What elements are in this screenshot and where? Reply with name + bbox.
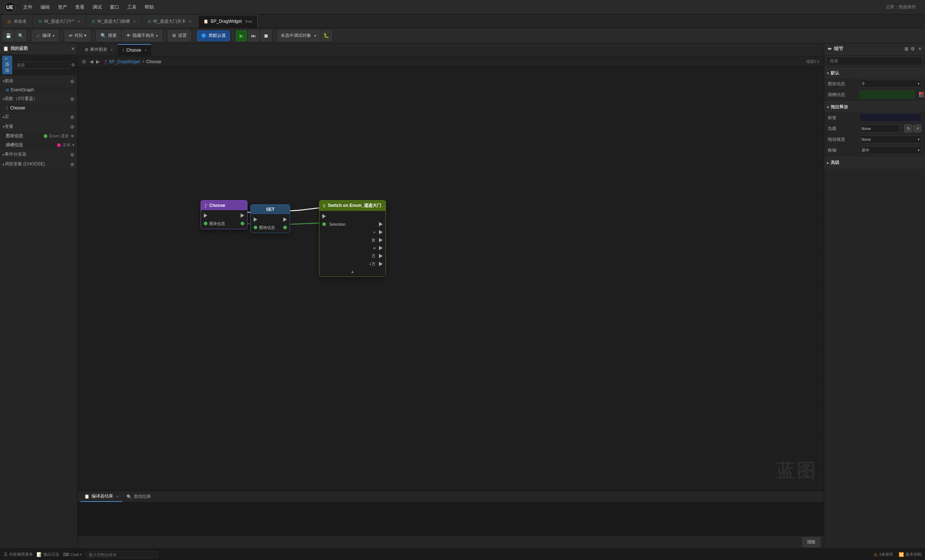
tab-label-w-door-big: W_遗迹大门个* — [44, 18, 74, 24]
set-node[interactable]: SET 图块信息 — [250, 204, 290, 233]
menu-item-help[interactable]: 帮助 — [141, 3, 158, 12]
clear-button[interactable]: 清除 — [802, 537, 820, 547]
switch-collapse-icon[interactable]: ▲ — [319, 268, 386, 275]
hide-icon: 👁 — [126, 33, 131, 38]
menu-item-tools[interactable]: 工具 — [124, 3, 140, 12]
breadcrumb-widget-name[interactable]: BP_DragWidget — [109, 59, 140, 64]
browse-button[interactable]: 🔍 — [15, 30, 26, 41]
search-results-tab[interactable]: 🔍 查找结果 — [123, 492, 155, 502]
slot-info-input[interactable] — [860, 91, 914, 99]
details-close-button[interactable]: × — [919, 46, 921, 52]
switch-node[interactable]: E Switch on Enum_遗迹大门 Selection — [319, 200, 386, 277]
class-defaults-button[interactable]: 🔷 类默认值 — [197, 30, 230, 41]
content-slider-item[interactable]: ☰ 内容侧滑菜单 — [4, 552, 33, 557]
var-slot-info-dropdown[interactable]: ▾ — [72, 143, 74, 147]
compiler-tab-close[interactable]: × — [116, 494, 119, 498]
pivot-dropdown[interactable]: 居中 ▾ — [860, 146, 921, 154]
canvas-nav-forward[interactable]: ▶ — [96, 59, 100, 64]
payload-refresh-icon[interactable]: ↻ — [904, 125, 912, 132]
blueprint-watermark: 蓝图 — [776, 458, 817, 483]
details-settings-icon[interactable]: ⚙ — [911, 46, 915, 52]
tab-close-1[interactable]: × — [78, 19, 80, 24]
drag-visual-dropdown[interactable]: None ▾ — [860, 135, 921, 143]
version-control-item[interactable]: 🔀 版本控制 — [899, 552, 921, 557]
close-my-blueprints-button[interactable]: × — [72, 46, 74, 52]
variables-add-icon[interactable]: ⊕ — [70, 124, 74, 130]
advanced-section-header[interactable]: ▸ 高级 — [824, 158, 925, 168]
save-button[interactable]: 💾 — [3, 30, 14, 41]
tab-close-2[interactable]: × — [133, 19, 136, 24]
canvas-viewport[interactable]: 蓝图 ƒ Choose — [78, 67, 824, 491]
sidebar-settings-icon[interactable]: ⚙ — [71, 63, 75, 68]
variables-section-header[interactable]: ▾ 变量 ⊕ — [0, 122, 77, 131]
local-vars-header[interactable]: ▸ 局部变量 (CHOOSE) ⊕ — [0, 159, 77, 169]
separator-4 — [165, 32, 165, 40]
hide-unrelated-button[interactable]: 👁 隐藏不相关 ▾ — [122, 30, 162, 41]
graphs-section-header[interactable]: ▾ 图表 ⊕ — [0, 76, 77, 86]
play-button[interactable]: ▶ — [236, 30, 247, 41]
canvas-tab-choose[interactable]: ƒ Choose × — [118, 44, 151, 56]
tab-w-door-key[interactable]: ⊡ W_遗迹大门关卡 × — [142, 15, 197, 28]
switch-out-5-pin — [379, 254, 383, 258]
local-vars-add-icon[interactable]: ⊕ — [70, 161, 74, 167]
graphs-add-icon[interactable]: ⊕ — [70, 78, 74, 84]
tab-w-door-slot[interactable]: ⊡ W_遗迹大门插槽 × — [86, 15, 141, 28]
event-dispatchers-header[interactable]: ▸ 事件分发器 ⊕ — [0, 150, 77, 159]
payload-dropdown[interactable]: None — [860, 125, 900, 132]
var-slot-info[interactable]: 插槽信息 文本 ▾ — [0, 140, 77, 150]
var-block-info-visible-icon[interactable]: 👁 — [71, 134, 74, 138]
search-button[interactable]: 🔍 搜索 — [96, 30, 121, 41]
canvas-nav-back[interactable]: ◀ — [90, 59, 93, 64]
details-grid-icon[interactable]: ⊞ — [904, 46, 908, 52]
sidebar-add-button[interactable]: + 添加 — [2, 56, 12, 74]
search-label: 搜索 — [108, 33, 117, 39]
block-info-dropdown[interactable]: 个 ▾ — [860, 80, 921, 88]
tab-close-3[interactable]: × — [189, 19, 191, 24]
console-command-input[interactable] — [86, 551, 158, 558]
payload-browse-icon[interactable]: ↗ — [913, 125, 921, 132]
event-graph-tab-close[interactable]: × — [111, 48, 113, 52]
slot-info-flag-icon[interactable]: 🚩 — [919, 92, 924, 98]
debug-object-dropdown[interactable]: 未选中调试对象 ▾ — [277, 30, 319, 41]
debug-extra-icon: 🐛 — [323, 33, 329, 38]
stop-button[interactable]: ⏹ — [261, 30, 271, 41]
tab-close-bp-drag[interactable]: true — [246, 19, 252, 24]
graphs-label: 图表 — [5, 78, 14, 84]
var-block-info[interactable]: 图块信息 Enum 遗迹 👁 — [0, 131, 77, 140]
settings-label: 设置 — [178, 33, 187, 39]
tab-unnamed[interactable]: ⚠ 未命名 — [2, 15, 32, 28]
event-graph-label: EventGraph — [11, 87, 34, 92]
tab-w-door-big[interactable]: ⊡ W_遗迹大门个* × — [33, 15, 85, 28]
settings-button[interactable]: ⚙ 设置 — [168, 30, 191, 41]
debug-extra-button[interactable]: 🐛 — [321, 30, 332, 41]
menu-item-view[interactable]: 查看 — [72, 3, 88, 12]
menu-item-edit[interactable]: 编辑 — [37, 3, 53, 12]
functions-add-icon[interactable]: ⊕ — [70, 96, 74, 102]
menu-item-file[interactable]: 文件 — [20, 3, 36, 12]
drag-playback-header[interactable]: ▾ 拖拉释放 — [824, 102, 925, 112]
details-search-input[interactable] — [826, 57, 923, 65]
canvas-nav-grid[interactable]: ⊞ — [82, 59, 86, 64]
choose-tab-close[interactable]: × — [145, 48, 147, 53]
macros-section-header[interactable]: ▸ 宏 ⊕ — [0, 112, 77, 122]
menu-item-debug[interactable]: 调试 — [89, 3, 105, 12]
tab-bp-drag[interactable]: 📋 BP_DragWidget true — [198, 15, 258, 28]
skip-button[interactable]: ⏭ — [248, 30, 259, 41]
compiler-results-tab[interactable]: 📋 编译器结果 × — [81, 492, 122, 502]
event-graph-item[interactable]: ⊞ EventGraph — [0, 86, 77, 94]
tag-input[interactable] — [860, 114, 921, 122]
set-input-label: 图块信息 — [259, 225, 275, 230]
event-dispatchers-add-icon[interactable]: ⊕ — [70, 152, 74, 158]
choose-function-item[interactable]: ƒ Choose — [0, 104, 77, 112]
canvas-tab-event-graph[interactable]: ⊞ 事件图表 × — [81, 44, 117, 56]
default-section-header[interactable]: ▾ 默认 — [824, 68, 925, 78]
menu-item-window[interactable]: 窗口 — [106, 3, 123, 12]
sidebar-search-input[interactable] — [14, 62, 69, 69]
macros-add-icon[interactable]: ⊕ — [70, 114, 74, 120]
choose-node[interactable]: ƒ Choose 图块信息 — [200, 200, 247, 229]
compare-button[interactable]: ⇌ 对比 ▾ — [65, 30, 90, 41]
menu-item-asset[interactable]: 资产 — [54, 3, 71, 12]
functions-section-header[interactable]: ▾ 函数（3可覆盖） ⊕ — [0, 94, 77, 104]
output-log-item[interactable]: 📝 输出日志 — [36, 552, 59, 557]
compile-button[interactable]: ✓ 编译 ▾ — [32, 30, 59, 41]
